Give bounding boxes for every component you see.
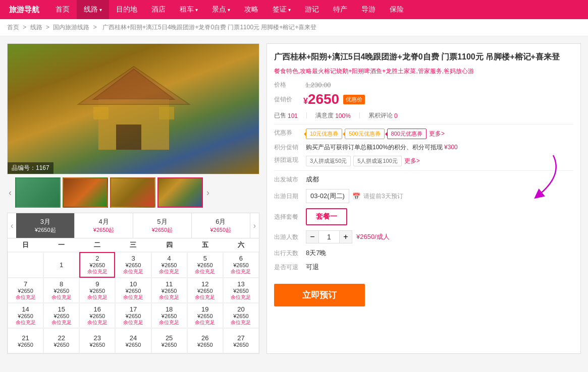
nav-tourguide[interactable]: 导游 xyxy=(354,0,383,19)
thumbnail-row: ‹ › xyxy=(7,177,259,208)
calendar-cell-25[interactable]: 25¥2650 xyxy=(151,328,187,353)
calendar-cell-3[interactable]: 3¥2650余位充足 xyxy=(115,252,151,278)
calendar-cell-19[interactable]: 19¥2650余位充足 xyxy=(187,303,223,328)
scenic-arrow-icon: ▾ xyxy=(228,7,230,13)
pintuan-label: 拼团返现 xyxy=(274,156,302,164)
date-value[interactable]: 03-02(周二) xyxy=(306,189,349,203)
calendar-cell-16[interactable]: 16¥2650余位充足 xyxy=(79,303,115,328)
month-next-icon[interactable]: › xyxy=(250,221,259,230)
nav-rental[interactable]: 租车 ▾ xyxy=(173,0,205,19)
package-button[interactable]: 套餐一 xyxy=(306,208,347,225)
stats-row: 已售 101 | 满意度 100% | 累积评论 0 xyxy=(274,111,573,125)
calendar-cell-4[interactable]: 4¥2650余位充足 xyxy=(151,252,187,278)
rental-arrow-icon: ▾ xyxy=(195,7,198,13)
thumb-next-icon[interactable]: › xyxy=(205,188,211,198)
calendar-cell-8[interactable]: 8¥2650余位充足 xyxy=(43,278,79,303)
calendar-section: ‹ 3月 ¥2650起 4月 ¥2650起 5月 ¥2650起 6月 ¥2650… xyxy=(7,213,259,354)
coupon-tag-800[interactable]: 800元优惠券 xyxy=(387,129,426,139)
month-tab-may[interactable]: 5月 ¥2650起 xyxy=(133,213,192,238)
qty-minus-button[interactable]: − xyxy=(306,230,319,243)
nav-guide[interactable]: 攻略 xyxy=(237,0,265,19)
calendar-icon[interactable]: 📅 xyxy=(352,193,360,200)
thumbnail-3[interactable] xyxy=(110,177,155,208)
qty-label: 出游人数 xyxy=(274,233,302,241)
calendar-cell-21[interactable]: 21¥2650 xyxy=(8,328,43,353)
calendar-cell-5[interactable]: 5¥2650余位充足 xyxy=(187,252,223,278)
points-label: 积分促销 xyxy=(274,143,302,152)
month-tab-june[interactable]: 6月 ¥2650起 xyxy=(192,213,250,238)
breadcrumb-routes[interactable]: 线路 xyxy=(30,24,42,31)
nav-destination[interactable]: 目的地 xyxy=(109,0,144,19)
day-header-mon: 一 xyxy=(43,240,79,250)
nav-specialty[interactable]: 特产 xyxy=(326,0,354,19)
calendar-cell-23[interactable]: 23¥2650 xyxy=(79,328,115,353)
calendar-cell-18[interactable]: 18¥2650余位充足 xyxy=(151,303,187,328)
calendar-cell-11[interactable]: 11¥2650余位充足 xyxy=(151,278,187,303)
calendar-cell-7[interactable]: 7¥2650余位充足 xyxy=(8,278,43,303)
days-row: 出行天数 8天7晚 xyxy=(274,249,573,258)
points-cash: ¥300 xyxy=(444,144,458,151)
coupon-more-link[interactable]: 更多> xyxy=(429,130,445,138)
calendar-cell-2[interactable]: 2¥2650余位充足 xyxy=(79,252,115,278)
calendar-cell-13[interactable]: 13¥2650余位充足 xyxy=(223,278,259,303)
brand-logo: 旅游导航 xyxy=(0,5,48,15)
nav-scenic[interactable]: 景点 ▾ xyxy=(205,0,237,19)
depart-label: 出发城市 xyxy=(274,175,302,184)
book-button-container: 立即预订 xyxy=(274,277,573,306)
calendar-cell-17[interactable]: 17¥2650余位充足 xyxy=(115,303,151,328)
pintuan-tag-5[interactable]: 5人拼成返100元 xyxy=(353,156,401,166)
month-tab-april[interactable]: 4月 ¥2650起 xyxy=(75,213,133,238)
pintuan-more-link[interactable]: 更多> xyxy=(404,157,420,165)
price-row: 价格 1,230.00 xyxy=(274,81,573,89)
calendar-cell-1[interactable]: 1 xyxy=(43,252,79,278)
promo-label: 促销价 xyxy=(274,95,299,104)
nav-items: 首页 线路 ▾ 目的地 酒店 租车 ▾ 景点 ▾ 攻略 xyxy=(48,0,411,19)
calendar-cell-24[interactable]: 24¥2650 xyxy=(115,328,151,353)
day-header-thu: 四 xyxy=(151,240,187,250)
price-label: 价格 xyxy=(274,81,299,89)
calendar-cell-14[interactable]: 14¥2650余位充足 xyxy=(8,303,43,328)
pintuan-tag-3[interactable]: 3人拼成返50元 xyxy=(306,156,351,166)
calendar-cell-26[interactable]: 26¥2650 xyxy=(187,328,223,353)
breadcrumb-home[interactable]: 首页 xyxy=(7,24,19,31)
date-row: 出游日期 03-02(周二) 📅 请提前3天预订 xyxy=(274,189,573,203)
sold-stat: 已售 101 xyxy=(274,111,298,120)
svg-rect-5 xyxy=(93,107,109,119)
month-prev-icon[interactable]: ‹ xyxy=(8,221,16,230)
calendar-cell-27[interactable]: 27¥2650 xyxy=(223,328,259,353)
calendar-cell-9[interactable]: 9¥2650余位充足 xyxy=(79,278,115,303)
nav-routes[interactable]: 线路 ▾ xyxy=(77,0,109,19)
coupon-tag-500[interactable]: 500元优惠券 xyxy=(345,129,384,139)
qty-plus-button[interactable]: + xyxy=(339,230,352,243)
thumbnail-4[interactable] xyxy=(157,177,203,208)
calendar-cell-20[interactable]: 20¥2650余位充足 xyxy=(223,303,259,328)
nav-visa[interactable]: 签证 ▾ xyxy=(265,0,298,19)
month-tab-march[interactable]: 3月 ¥2650起 xyxy=(16,213,75,238)
day-header-sat: 六 xyxy=(223,240,259,250)
depart-row: 出发城市 成都 xyxy=(274,175,573,184)
coupon-tag-10[interactable]: 10元优惠券 xyxy=(306,129,342,139)
visa-arrow-icon: ▾ xyxy=(288,7,291,13)
thumbnail-1[interactable] xyxy=(15,177,61,208)
breadcrumb-domestic[interactable]: 国内旅游线路 xyxy=(53,24,89,31)
calendar-cell-22[interactable]: 22¥2650 xyxy=(43,328,79,353)
thumb-prev-icon[interactable]: ‹ xyxy=(7,188,13,198)
top-nav: 旅游导航 首页 线路 ▾ 目的地 酒店 租车 ▾ 景点 ▾ xyxy=(0,0,588,19)
thumbnail-2[interactable] xyxy=(63,177,108,208)
nav-travel-log[interactable]: 游记 xyxy=(298,0,326,19)
calendar-cell-6[interactable]: 6¥2650余位充足 xyxy=(223,252,259,278)
breadcrumb-current: 广西桂林+阳朔+漓江5日4晚跟团游+龙脊0自费 门票1100元 用脚楼+榕记+喜… xyxy=(102,24,316,31)
price-per-person: ¥2650/成人 xyxy=(356,232,390,241)
calendar-cell-12[interactable]: 12¥2650余位充足 xyxy=(187,278,223,303)
nav-hotel[interactable]: 酒店 xyxy=(144,0,173,19)
nav-insurance[interactable]: 保险 xyxy=(383,0,411,19)
book-button[interactable]: 立即预订 xyxy=(274,284,365,306)
refund-row: 是否可退 可退 xyxy=(274,263,573,272)
calendar-cell-10[interactable]: 10¥2650余位充足 xyxy=(115,278,151,303)
nav-home[interactable]: 首页 xyxy=(48,0,77,19)
promo-badge: 优惠价 xyxy=(343,95,365,104)
refund-label: 是否可退 xyxy=(274,263,302,272)
calendar-cell-15[interactable]: 15¥2650余位充足 xyxy=(43,303,79,328)
qty-control-group: − 1 + ¥2650/成人 xyxy=(306,230,390,243)
points-text: 购买产品可获得订单总额100%的积分、积分可抵现 ¥300 xyxy=(306,143,458,152)
